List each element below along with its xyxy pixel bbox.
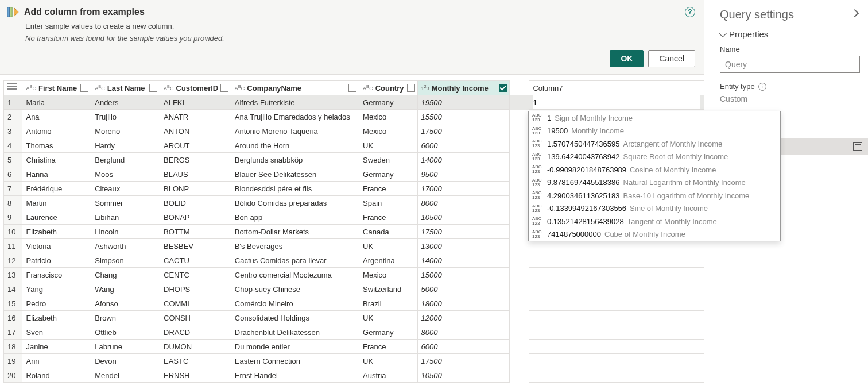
- suggestion-value: 19500: [547, 126, 568, 135]
- row-number[interactable]: 8: [4, 196, 22, 210]
- table-row[interactable]: 15PedroAfonsoCOMMIComércio MineiroBrazil…: [4, 296, 704, 311]
- cancel-button[interactable]: Cancel: [648, 50, 695, 67]
- row-number[interactable]: 20: [4, 368, 22, 383]
- row-number[interactable]: 6: [4, 167, 22, 182]
- suggestion-item[interactable]: ABC123-0.13399492167303556 Sine of Month…: [529, 202, 780, 215]
- column-include-checkbox[interactable]: [220, 84, 228, 92]
- suggestion-value: 7414875000000: [547, 230, 601, 238]
- help-icon[interactable]: ?: [685, 7, 695, 17]
- cell: Mexico: [359, 268, 417, 282]
- column-label: Last Name: [107, 84, 145, 93]
- cell: Ernst Handel: [231, 368, 359, 383]
- cell: Centro comercial Moctezuma: [231, 268, 359, 282]
- cell: Yang: [22, 282, 91, 296]
- row-number[interactable]: 2: [4, 110, 22, 124]
- cell: ERNSH: [160, 368, 231, 383]
- suggestion-value: 1.5707450447436595: [547, 140, 620, 148]
- column-header-country[interactable]: ABCCountry: [359, 81, 417, 95]
- example-cell[interactable]: [529, 340, 704, 354]
- column-header-first-name[interactable]: ABCFirst Name: [22, 81, 91, 95]
- table-row[interactable]: 13FransciscoChangCENTCCentro comercial M…: [4, 268, 704, 282]
- example-cell[interactable]: [529, 253, 704, 268]
- suggestion-item[interactable]: ABC1231 Sign of Monthly Income: [529, 111, 780, 125]
- column-include-checkbox[interactable]: [499, 84, 507, 92]
- column-include-checkbox[interactable]: [149, 84, 157, 92]
- suggestion-description: Base-10 Logarithm of Monthly Income: [623, 191, 750, 200]
- cell: 14000: [417, 153, 509, 167]
- example-cell[interactable]: [529, 368, 704, 383]
- row-number[interactable]: 10: [4, 225, 22, 239]
- table-row[interactable]: 17SvenOttliebDRACDDrachenblut Delikatess…: [4, 325, 704, 340]
- row-number[interactable]: 16: [4, 311, 22, 325]
- example-cell[interactable]: [529, 354, 704, 368]
- column-header-monthly-income[interactable]: 123Monthly Income: [417, 81, 509, 95]
- row-number[interactable]: 19: [4, 354, 22, 368]
- column-header-last-name[interactable]: ABCLast Name: [91, 81, 160, 95]
- example-column-header[interactable]: Column7: [529, 81, 704, 95]
- column-include-checkbox[interactable]: [348, 84, 356, 92]
- example-value-input[interactable]: [533, 95, 700, 109]
- table-row[interactable]: 19AnnDevonEASTCEastern ConnectionUK17500: [4, 354, 704, 368]
- cell: Devon: [91, 354, 160, 368]
- cell: Germany: [359, 325, 417, 340]
- table-row[interactable]: 20RolandMendelERNSHErnst HandelAustria10…: [4, 368, 704, 383]
- cell: DUMON: [160, 340, 231, 354]
- row-number[interactable]: 11: [4, 239, 22, 253]
- cell: 12000: [417, 311, 509, 325]
- suggestion-item[interactable]: ABC1237414875000000 Cube of Monthly Inco…: [529, 228, 780, 241]
- cell: 17000: [417, 182, 509, 196]
- example-cell[interactable]: [529, 282, 704, 296]
- row-number[interactable]: 7: [4, 182, 22, 196]
- table-row[interactable]: 1MariaAndersALFKIAlfreds FutterkisteGerm…: [4, 95, 704, 110]
- row-number[interactable]: 13: [4, 268, 22, 282]
- table-row[interactable]: 16ElizabethBrownCONSHConsolidated Holdin…: [4, 311, 704, 325]
- row-number[interactable]: 5: [4, 153, 22, 167]
- row-number[interactable]: 1: [4, 95, 22, 110]
- step-settings-icon[interactable]: [853, 142, 862, 151]
- example-cell[interactable]: [529, 311, 704, 325]
- column-header-companyname[interactable]: ABCCompanyName: [231, 81, 359, 95]
- entity-type-label: Entity type: [720, 82, 755, 91]
- row-number[interactable]: 18: [4, 340, 22, 354]
- suggestion-item[interactable]: ABC123-0.99098201848763989 Cosine of Mon…: [529, 163, 780, 176]
- cell: 6000: [417, 138, 509, 153]
- table-row[interactable]: 14YangWangDHOPSChop-suey ChineseSwitzerl…: [4, 282, 704, 296]
- suggestion-item[interactable]: ABC1234.2900346113625183 Base-10 Logarit…: [529, 189, 780, 202]
- column-header-customerid[interactable]: ABCCustomerID: [160, 81, 231, 95]
- cell: ALFKI: [160, 95, 231, 110]
- select-all-corner[interactable]: [4, 81, 22, 95]
- properties-section-toggle[interactable]: Properties: [720, 29, 860, 39]
- cell: Comércio Mineiro: [231, 296, 359, 311]
- query-name-input[interactable]: [720, 56, 860, 73]
- suggestion-item[interactable]: ABC123139.64240043768942 Square Root of …: [529, 151, 780, 164]
- info-icon[interactable]: i: [758, 83, 766, 91]
- row-number[interactable]: 15: [4, 296, 22, 311]
- cell: B's Beverages: [231, 239, 359, 253]
- example-cell[interactable]: [529, 95, 704, 110]
- row-number[interactable]: 3: [4, 124, 22, 138]
- example-cell[interactable]: [529, 325, 704, 340]
- row-number[interactable]: 12: [4, 253, 22, 268]
- suggestion-item[interactable]: ABC1231.5707450447436595 Arctangent of M…: [529, 137, 780, 151]
- expand-icon[interactable]: [852, 10, 860, 18]
- suggestion-item[interactable]: ABC12319500 Monthly Income: [529, 125, 780, 138]
- row-number[interactable]: 4: [4, 138, 22, 153]
- ok-button[interactable]: OK: [610, 50, 644, 67]
- table-row[interactable]: 12PatricioSimpsonCACTUCactus Comidas par…: [4, 253, 704, 268]
- row-number[interactable]: 9: [4, 210, 22, 225]
- suggestion-item[interactable]: ABC1230.13521428156439028 Tangent of Mon…: [529, 215, 780, 228]
- row-number[interactable]: 17: [4, 325, 22, 340]
- suggestion-description: Sine of Monthly Income: [630, 204, 708, 213]
- example-cell[interactable]: [529, 268, 704, 282]
- banner-subtitle: Enter sample values to create a new colu…: [25, 22, 694, 30]
- column-include-checkbox[interactable]: [80, 84, 88, 92]
- row-number[interactable]: 14: [4, 282, 22, 296]
- suggestion-item[interactable]: ABC1239.8781697445518386 Natural Logarit…: [529, 176, 780, 190]
- example-cell[interactable]: [529, 296, 704, 311]
- suggestion-dropdown[interactable]: ABC1231 Sign of Monthly IncomeABC1231950…: [528, 111, 781, 241]
- cell: 18000: [417, 296, 509, 311]
- column-include-checkbox[interactable]: [407, 84, 415, 92]
- cell: 10500: [417, 368, 509, 383]
- table-row[interactable]: 18JanineLabruneDUMONDu monde entierFranc…: [4, 340, 704, 354]
- cell: Elizabeth: [22, 225, 91, 239]
